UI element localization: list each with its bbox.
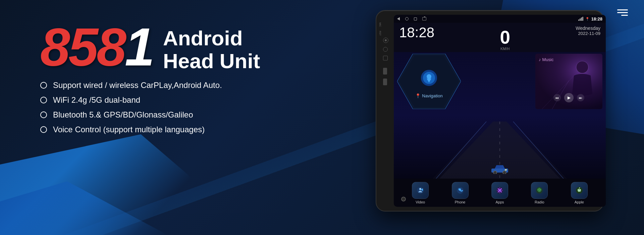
app-icons-bar: Video Phone	[394, 179, 606, 207]
apple-icon-bg	[571, 182, 588, 199]
apple-icon	[575, 186, 583, 194]
nav-controls	[397, 17, 426, 20]
app-icon-apps[interactable]: Apps	[488, 182, 512, 204]
radio-icon	[535, 186, 543, 194]
phone-label: Phone	[455, 200, 466, 204]
left-gauge-svg	[397, 54, 461, 109]
app-icon-radio[interactable]: Radio	[528, 182, 551, 204]
product-title-line2: Head Unit	[163, 50, 260, 73]
feature-item-1: Support wired / wireless CarPLay,Android…	[40, 81, 275, 90]
device-frame: MIC RST	[376, 10, 604, 211]
device-mockup: MIC RST	[376, 10, 617, 225]
product-header: 8581 Android Head Unit	[40, 20, 275, 74]
model-1: 1	[125, 17, 153, 77]
phone-icon	[456, 186, 464, 194]
date-value: 2022-11-09	[576, 31, 600, 36]
apps-icon-bg	[491, 182, 508, 199]
svg-point-23	[503, 171, 506, 174]
play-button[interactable]: ▶	[564, 93, 574, 102]
music-controls[interactable]: ⏮ ▶ ⏭	[535, 93, 602, 102]
left-gauge: 📍 Navigation	[397, 54, 461, 109]
day-of-week: Wednesday	[576, 26, 600, 31]
nav-recent-icon[interactable]	[414, 17, 417, 20]
model-number: 8581	[40, 20, 153, 74]
status-time: 18:28	[591, 16, 602, 21]
time-display: 18:28	[399, 26, 434, 40]
speed-value: 0	[500, 28, 510, 47]
rst-label: RST	[379, 31, 381, 36]
video-icon-bg	[412, 182, 429, 199]
app-icon-apple[interactable]: Apple	[568, 182, 591, 204]
vol-down-button[interactable]	[383, 79, 387, 85]
next-button[interactable]: ⏭	[577, 94, 584, 101]
hamburger-line-1	[617, 9, 628, 10]
screen-main: 18:28 0 KM/H Wednesday 2022-11-09	[394, 23, 606, 207]
signal-icon	[578, 17, 583, 21]
screen-icon	[422, 17, 426, 20]
radio-label: Radio	[535, 200, 544, 204]
mic-label: MIC	[379, 22, 381, 27]
app-icon-video[interactable]: Video	[409, 182, 432, 204]
car-icon	[490, 164, 510, 175]
speed-unit: KM/H	[500, 47, 510, 51]
time-section: 18:28	[399, 26, 434, 40]
gps-icon: 📍	[585, 17, 589, 21]
feature-text-3: Bluetooth 5.& GPS/BD/Glonass/Galileo	[53, 110, 193, 120]
device-screen: 📍 18:28 18:28 0 KM/H Wednesday	[394, 15, 606, 207]
feature-text-2: WiFi 2.4g /5G dual-band	[53, 95, 140, 105]
feature-text-4: Voice Control (support multiple language…	[53, 125, 205, 134]
speed-section: 0 KM/H	[500, 28, 510, 51]
side-controls	[383, 38, 388, 85]
phone-icon-bg	[452, 182, 469, 199]
vol-up-button[interactable]	[383, 68, 387, 75]
car-svg	[490, 164, 510, 174]
power-button[interactable]	[383, 38, 388, 43]
apps-label: Apps	[495, 200, 504, 204]
date-section: Wednesday 2022-11-09	[576, 26, 600, 36]
feature-bullet-2	[40, 97, 47, 103]
apple-label: Apple	[575, 200, 584, 204]
back-button[interactable]	[383, 47, 388, 52]
features-list: Support wired / wireless CarPLay,Android…	[40, 81, 275, 134]
svg-point-18	[576, 61, 588, 73]
recents-button[interactable]	[383, 56, 388, 60]
nav-home-icon[interactable]	[405, 17, 409, 20]
feature-bullet-3	[40, 111, 47, 118]
prev-button[interactable]: ⏮	[553, 94, 561, 101]
nav-back-icon[interactable]	[397, 17, 400, 20]
video-label: Video	[416, 200, 425, 204]
hamburger-line-3	[621, 15, 628, 16]
video-icon	[416, 186, 424, 194]
svg-point-15	[427, 74, 431, 79]
nav-label: 📍 Navigation	[397, 93, 461, 98]
status-bar: 📍 18:28	[394, 15, 606, 23]
feature-item-3: Bluetooth 5.& GPS/BD/Glonass/Galileo	[40, 110, 275, 120]
radio-icon-bg	[531, 182, 548, 199]
screen-top: 18:28 0 KM/H Wednesday 2022-11-09	[394, 23, 606, 52]
svg-point-26	[419, 188, 421, 190]
feature-item-2: WiFi 2.4g /5G dual-band	[40, 95, 275, 105]
left-content: 8581 Android Head Unit Support wired / w…	[40, 20, 275, 140]
dashboard-visual: 📍 Navigation	[394, 52, 606, 179]
hamburger-line-2	[617, 12, 628, 13]
product-title: Android Head Unit	[163, 27, 260, 73]
home-button[interactable]	[401, 197, 406, 201]
apps-grid-icon	[496, 186, 504, 194]
hamburger-menu[interactable]	[617, 9, 628, 16]
music-label: ♪ Music	[539, 57, 553, 62]
status-right: 📍 18:28	[578, 16, 602, 21]
feature-bullet-1	[40, 82, 47, 89]
app-icon-phone[interactable]: Phone	[448, 182, 472, 204]
feature-item-4: Voice Control (support multiple language…	[40, 125, 275, 134]
svg-point-22	[493, 171, 497, 174]
feature-text-1: Support wired / wireless CarPLay,Android…	[53, 81, 222, 90]
music-section: ♪ Music ⏮ ▶ ⏭	[535, 54, 602, 109]
model-858: 858	[40, 17, 125, 77]
feature-bullet-4	[40, 126, 47, 133]
product-title-line1: Android	[163, 27, 260, 50]
svg-rect-24	[505, 169, 507, 171]
svg-point-31	[539, 190, 540, 191]
